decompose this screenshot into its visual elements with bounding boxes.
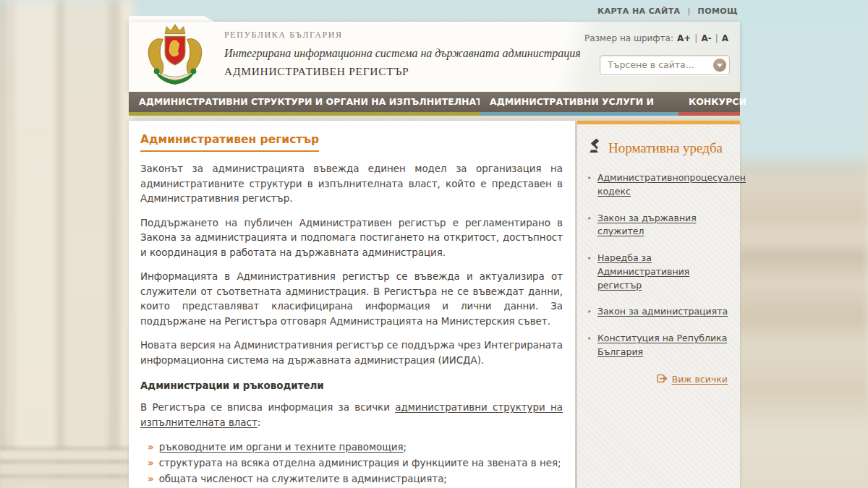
triangle-bullet-icon: ‣ [587, 307, 592, 319]
nav-item-administrative-structures[interactable]: АДМИНИСТРАТИВНИ СТРУКТУРИ И ОРГАНИ НА ИЗ… [129, 92, 480, 116]
list-item: ‣ Наредба за Административния регистър [587, 252, 729, 292]
registry-bullet-list: » ръководните им органи и техните правом… [148, 440, 563, 488]
list-item: ‣ Закон за администрацията [587, 305, 729, 319]
font-normal-button[interactable]: A [722, 33, 728, 43]
double-chevron-bullet-icon: » [148, 471, 154, 487]
gavel-icon [587, 139, 603, 157]
font-separator: | [715, 33, 718, 43]
registry-intro-paragraph: В Регистъра се вписва информация за всич… [140, 401, 563, 430]
intro-text: В Регистъра се вписва информация за всич… [140, 402, 395, 413]
main-navigation: АДМИНИСТРАТИВНИ СТРУКТУРИ И ОРГАНИ НА ИЗ… [129, 92, 740, 116]
double-chevron-bullet-icon: » [148, 455, 154, 471]
triangle-bullet-icon: ‣ [587, 213, 592, 239]
site-search [600, 55, 730, 75]
sidebar-link-civil-servant-law[interactable]: Закон за държавния служител [597, 212, 729, 239]
sidebar-normative-framework: Нормативна уредба ‣ Административнопроце… [577, 121, 740, 488]
list-item: ‣ Конституция на Република България [587, 332, 729, 359]
list-item: » ръководните им органи и техните правом… [148, 440, 563, 455]
sidebar-title: Нормативна уредба [608, 140, 723, 156]
list-item: » общата численост на служителите в адми… [148, 471, 563, 487]
paragraph: Поддържането на публичен Административен… [140, 216, 563, 261]
sidebar-link-constitution[interactable]: Конституция на Република България [597, 332, 729, 359]
view-all-link[interactable]: Виж всички [672, 374, 728, 385]
font-size-label: Размер на шрифта: [584, 33, 673, 43]
sidebar-link-register-ordinance[interactable]: Наредба за Административния регистър [597, 252, 729, 292]
intro-colon: : [258, 417, 261, 428]
list-item-suffix: ; [404, 442, 407, 453]
list-item: » структурата на всяка отделна администр… [148, 455, 563, 471]
header-titles: РЕПУБЛИКА БЪЛГАРИЯ Интегрирана информаци… [224, 30, 581, 78]
sidebar-link-administrative-procedure-code[interactable]: Административнопроцесуален кодекс [597, 171, 746, 199]
nav-item-competitions[interactable]: КОНКУРСИ [678, 92, 740, 116]
arrow-right-icon [657, 372, 668, 386]
paragraph: Законът за администрацията въвежда едине… [140, 162, 563, 207]
page-title: Административен регистър [140, 133, 319, 152]
nav-item-administrative-services[interactable]: АДМИНИСТРАТИВНИ УСЛУГИ И [480, 92, 678, 116]
register-name: АДМИНИСТРАТИВЕН РЕГИСТЪР [224, 65, 581, 78]
paragraph: Новата версия на Административния регист… [140, 338, 563, 368]
paragraph: Информацията в Административния регистър… [140, 270, 563, 329]
sidebar-header: Нормативна уредба [587, 139, 729, 157]
triangle-bullet-icon: ‣ [587, 173, 592, 199]
triangle-bullet-icon: ‣ [587, 253, 592, 292]
font-increase-button[interactable]: A+ [677, 33, 691, 43]
sidebar-link-administration-law[interactable]: Закон за администрацията [597, 305, 728, 319]
sidebar-links: ‣ Административнопроцесуален кодекс ‣ За… [587, 171, 729, 359]
coat-of-arms [139, 20, 211, 90]
view-all-row: Виж всички [587, 372, 729, 386]
list-item-text: структурата на всяка отделна администрац… [159, 455, 561, 471]
search-button[interactable] [713, 59, 726, 72]
section-title-administrations: Администрации и ръководители [140, 380, 563, 391]
system-name: Интегрирана информационна система на дър… [224, 47, 581, 60]
font-separator: | [694, 33, 697, 43]
governing-bodies-link[interactable]: ръководните им органи и техните правомощ… [159, 442, 404, 453]
page-wrapper: РЕПУБЛИКА БЪЛГАРИЯ Интегрирана информаци… [129, 0, 740, 488]
country-name: РЕПУБЛИКА БЪЛГАРИЯ [224, 30, 581, 40]
triangle-bullet-icon: ‣ [587, 333, 592, 359]
font-decrease-button[interactable]: A- [701, 33, 711, 43]
list-item-text: общата численост на служителите в админи… [159, 471, 447, 487]
list-item: ‣ Административнопроцесуален кодекс [587, 171, 729, 199]
site-header: РЕПУБЛИКА БЪЛГАРИЯ Интегрирана информаци… [129, 22, 740, 92]
main-content: Административен регистър Законът за адми… [129, 121, 575, 488]
background-columns-left [0, 0, 135, 488]
background-building-right [738, 0, 868, 488]
double-chevron-bullet-icon: » [148, 440, 154, 455]
chevron-down-icon [717, 64, 723, 67]
font-size-controls: Размер на шрифта: A+ | A- | A [584, 33, 728, 43]
search-input[interactable] [602, 56, 715, 72]
list-item: ‣ Закон за държавния служител [587, 212, 729, 239]
